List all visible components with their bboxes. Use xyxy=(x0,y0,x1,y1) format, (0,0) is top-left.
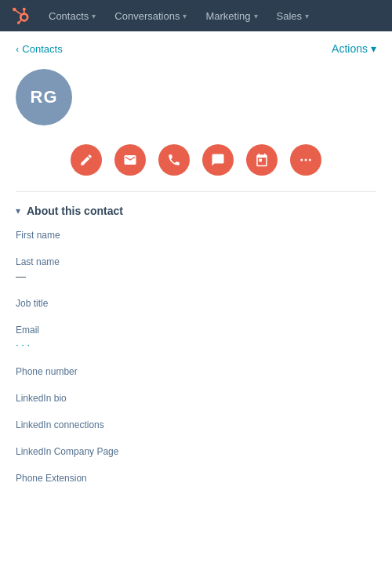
svg-point-1 xyxy=(305,159,307,162)
email-link[interactable]: · · · xyxy=(16,339,30,350)
edit-button[interactable] xyxy=(71,144,102,176)
field-linkedin-company-page: LinkedIn Company Page xyxy=(16,446,376,457)
avatar-section: RG xyxy=(0,63,392,138)
linkedin-bio-label: LinkedIn bio xyxy=(16,393,376,404)
email-icon xyxy=(123,153,137,167)
about-title: About this contact xyxy=(27,205,123,217)
more-button[interactable] xyxy=(290,144,321,176)
linkedin-company-page-label: LinkedIn Company Page xyxy=(16,446,376,457)
calendar-icon xyxy=(255,153,269,167)
about-chevron-icon: ▾ xyxy=(16,205,20,216)
field-last-name: Last name — xyxy=(16,256,376,282)
actions-button[interactable]: Actions ▾ xyxy=(332,42,376,55)
more-icon xyxy=(299,153,313,167)
nav-conversations[interactable]: Conversations ▾ xyxy=(107,7,194,25)
field-linkedin-bio: LinkedIn bio xyxy=(16,393,376,404)
last-name-label: Last name xyxy=(16,256,376,267)
field-job-title: Job title xyxy=(16,298,376,309)
actions-chevron: ▾ xyxy=(371,42,376,55)
chat-icon xyxy=(211,153,225,167)
chat-button[interactable] xyxy=(202,144,234,176)
conversations-chevron: ▾ xyxy=(183,12,187,20)
field-phone-number: Phone number xyxy=(16,366,376,377)
last-name-value: — xyxy=(16,270,376,282)
about-section: ▾ About this contact First name Last nam… xyxy=(0,192,392,484)
svg-point-0 xyxy=(300,159,303,162)
nav-sales[interactable]: Sales ▾ xyxy=(269,7,318,25)
phone-extension-label: Phone Extension xyxy=(16,473,376,484)
back-to-contacts-link[interactable]: ‹ Contacts xyxy=(16,43,63,55)
contact-avatar: RG xyxy=(16,69,72,125)
top-nav: Contacts ▾ Conversations ▾ Marketing ▾ S… xyxy=(0,0,392,31)
marketing-chevron: ▾ xyxy=(254,12,258,20)
schedule-button[interactable] xyxy=(246,144,278,176)
linkedin-connections-label: LinkedIn connections xyxy=(16,419,376,430)
back-chevron: ‹ xyxy=(16,43,19,55)
avatar-initials: RG xyxy=(31,87,58,107)
email-value: · · · xyxy=(16,339,376,350)
actions-label: Actions xyxy=(332,42,368,55)
phone-number-label: Phone number xyxy=(16,366,376,377)
sales-chevron: ▾ xyxy=(305,12,309,20)
email-button[interactable] xyxy=(114,144,146,176)
job-title-label: Job title xyxy=(16,298,376,309)
email-label: Email xyxy=(16,325,376,336)
call-button[interactable] xyxy=(158,144,190,176)
phone-icon xyxy=(167,153,181,167)
nav-marketing[interactable]: Marketing ▾ xyxy=(198,7,265,25)
field-email: Email · · · xyxy=(16,325,376,350)
action-bar: ‹ Contacts Actions ▾ xyxy=(0,31,392,63)
svg-point-2 xyxy=(309,159,311,162)
about-header[interactable]: ▾ About this contact xyxy=(16,205,376,217)
first-name-label: First name xyxy=(16,230,376,241)
action-icons-row xyxy=(0,138,392,191)
hubspot-logo xyxy=(9,5,31,27)
contacts-chevron: ▾ xyxy=(92,12,96,20)
back-label: Contacts xyxy=(22,43,62,55)
field-phone-extension: Phone Extension xyxy=(16,473,376,484)
field-linkedin-connections: LinkedIn connections xyxy=(16,419,376,430)
nav-contacts[interactable]: Contacts ▾ xyxy=(41,7,103,25)
field-first-name: First name xyxy=(16,230,376,241)
edit-icon xyxy=(79,153,93,167)
